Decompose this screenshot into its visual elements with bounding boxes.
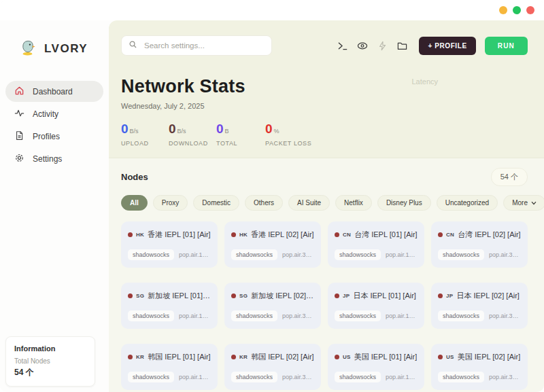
node-name: 新加坡 IEPL [02] [Air] xyxy=(251,291,314,301)
download-value: 0 xyxy=(169,122,176,136)
sidebar-item-activity[interactable]: Activity xyxy=(5,103,103,124)
node-card-meta: shadowsocks pop.air.3278.0tk... xyxy=(438,249,521,260)
close-button[interactable] xyxy=(526,6,534,14)
protocol-badge: shadowsocks xyxy=(438,310,484,321)
node-name: 新加坡 IEPL [01] [Air] xyxy=(148,291,211,301)
filter-tab-label: Proxy xyxy=(162,199,180,207)
node-country-code: US xyxy=(343,354,351,360)
protocol-badge: shadowsocks xyxy=(231,372,277,382)
nodes-header: Nodes 54 个 xyxy=(121,168,528,186)
node-card-meta: shadowsocks pop.air.1543.0tk... xyxy=(128,310,211,321)
node-card[interactable]: CN 台湾 IEPL [02] [Air] shadowsocks pop.ai… xyxy=(431,221,528,268)
node-card-title: CN 台湾 IEPL [02] [Air] xyxy=(438,230,521,240)
node-card-meta: shadowsocks pop.air.1543.0tk... xyxy=(128,249,211,260)
terminal-icon[interactable] xyxy=(337,40,349,52)
sidebar: LVORY Dashboard Activity xyxy=(0,20,109,392)
node-card-title: KR 韩国 IEPL [01] [Air] xyxy=(128,352,211,362)
node-filter-tab[interactable]: Proxy xyxy=(153,195,188,211)
node-filter-tab[interactable]: Uncategorized xyxy=(437,195,498,211)
node-detail: pop.air.3278.0tk... xyxy=(489,313,521,319)
node-card[interactable]: HK 香港 IEPL [02] [Air] shadowsocks pop.ai… xyxy=(224,221,321,268)
node-status-dot xyxy=(438,355,443,359)
lightning-icon[interactable] xyxy=(376,40,388,52)
sidebar-item-dashboard[interactable]: Dashboard xyxy=(5,81,103,102)
node-filter-tab[interactable]: Domestic xyxy=(193,195,239,211)
activity-icon xyxy=(14,108,24,120)
node-status-dot xyxy=(128,232,133,237)
upload-value: 0 xyxy=(121,122,129,136)
node-card[interactable]: US 美国 IEPL [01] [Air] shadowsocks pop.ai… xyxy=(328,344,424,390)
profile-button[interactable]: + PROFILE xyxy=(419,37,475,55)
sidebar-item-profiles[interactable]: Profiles xyxy=(5,126,103,147)
node-filter-tab[interactable]: Others xyxy=(245,195,283,211)
node-country-code: SG xyxy=(136,293,144,299)
node-status-dot xyxy=(231,232,236,237)
node-count-badge[interactable]: 54 个 xyxy=(491,168,528,186)
node-filter-tab[interactable]: All xyxy=(121,195,148,211)
node-country-code: CN xyxy=(343,232,351,238)
filter-tab-label: Uncategorized xyxy=(445,199,489,207)
node-detail: pop.air.3278.0tk... xyxy=(282,374,314,380)
main-content: + PROFILE RUN Network Stats Latency Wedn… xyxy=(109,20,544,392)
filter-tab-label: Disney Plus xyxy=(386,199,422,207)
node-filter-tab[interactable]: Netflix xyxy=(335,195,372,211)
node-card-meta: shadowsocks pop.air.1543.0tk... xyxy=(128,372,211,382)
download-label: DOWNLOAD xyxy=(169,140,216,147)
app-window: LVORY Dashboard Activity xyxy=(0,0,544,392)
node-name: 香港 IEPL [02] [Air] xyxy=(251,230,314,240)
node-card[interactable]: JP 日本 IEPL [02] [Air] shadowsocks pop.ai… xyxy=(431,283,528,329)
node-card[interactable]: CN 台湾 IEPL [01] [Air] shadowsocks pop.ai… xyxy=(328,221,424,268)
node-status-dot xyxy=(335,293,339,298)
node-status-dot xyxy=(335,355,339,359)
node-card[interactable]: KR 韩国 IEPL [02] [Air] shadowsocks pop.ai… xyxy=(224,344,321,390)
node-country-code: KR xyxy=(136,354,144,360)
node-card[interactable]: US 美国 IEPL [02] [Air] shadowsocks pop.ai… xyxy=(431,344,528,390)
node-filter-tab[interactable]: AI Suite xyxy=(288,195,330,211)
node-card[interactable]: SG 新加坡 IEPL [01] [Air] shadowsocks pop.a… xyxy=(121,283,218,329)
node-card[interactable]: KR 韩国 IEPL [01] [Air] shadowsocks pop.ai… xyxy=(121,344,218,390)
node-status-dot xyxy=(335,232,339,237)
node-detail: pop.air.1543.0tk... xyxy=(179,251,211,258)
node-card[interactable]: HK 香港 IEPL [01] [Air] shadowsocks pop.ai… xyxy=(121,221,218,268)
node-card-title: HK 香港 IEPL [01] [Air] xyxy=(128,230,211,240)
node-filter-tabs: All Proxy Domestic xyxy=(121,195,528,211)
eye-icon[interactable] xyxy=(356,40,369,52)
node-detail: pop.air.1543.0tk... xyxy=(179,313,211,319)
search-icon xyxy=(129,39,137,52)
node-detail: pop.air.3278.0tk... xyxy=(489,374,521,380)
node-card-title: US 美国 IEPL [01] [Air] xyxy=(335,352,418,362)
search-box[interactable] xyxy=(121,35,272,56)
duck-logo-icon xyxy=(19,38,37,59)
hero-title-block: Network Stats Latency xyxy=(121,76,528,97)
node-filter-tab[interactable]: Disney Plus xyxy=(377,195,431,211)
sidebar-item-settings[interactable]: Settings xyxy=(5,148,103,169)
protocol-badge: shadowsocks xyxy=(438,249,484,260)
hero-section: + PROFILE RUN Network Stats Latency Wedn… xyxy=(109,20,544,158)
search-input[interactable] xyxy=(143,41,265,50)
run-button[interactable]: RUN xyxy=(485,37,528,55)
node-card[interactable]: SG 新加坡 IEPL [02] [Air] shadowsocks pop.a… xyxy=(224,283,321,329)
node-card-title: US 美国 IEPL [02] [Air] xyxy=(438,352,521,362)
node-card-meta: shadowsocks pop.air.3278.0tk... xyxy=(231,249,314,260)
sidebar-item-label: Settings xyxy=(33,154,62,164)
chevron-down-icon xyxy=(531,201,537,205)
date-label: Wednesday, July 2, 2025 xyxy=(121,102,528,110)
node-filter-tab[interactable]: More xyxy=(503,195,544,211)
minimize-button[interactable] xyxy=(499,6,507,14)
node-status-dot xyxy=(438,232,443,237)
node-detail: pop.air.1543.0tk... xyxy=(386,251,418,258)
node-detail: pop.air.3278.0tk... xyxy=(489,251,521,258)
information-card: Information Total Nodes 54 个 xyxy=(5,336,95,387)
node-card-grid: HK 香港 IEPL [01] [Air] shadowsocks pop.ai… xyxy=(121,221,528,390)
latency-label: Latency xyxy=(411,77,438,86)
node-name: 韩国 IEPL [01] [Air] xyxy=(148,352,211,362)
folder-icon[interactable] xyxy=(396,40,408,52)
node-card-meta: shadowsocks pop.air.3278.0tk... xyxy=(231,310,314,321)
maximize-button[interactable] xyxy=(513,6,521,14)
node-name: 台湾 IEPL [02] [Air] xyxy=(458,230,521,240)
packet-loss-value: 0 xyxy=(265,122,273,136)
node-card[interactable]: JP 日本 IEPL [01] [Air] shadowsocks pop.ai… xyxy=(328,283,424,329)
stat-packet-loss: 0% PACKET LOSS xyxy=(265,122,311,147)
protocol-badge: shadowsocks xyxy=(231,310,277,321)
stats-row: 0B/s UPLOAD 0B/s DOWNLOAD 0B TOTAL 0% PA… xyxy=(121,122,528,147)
